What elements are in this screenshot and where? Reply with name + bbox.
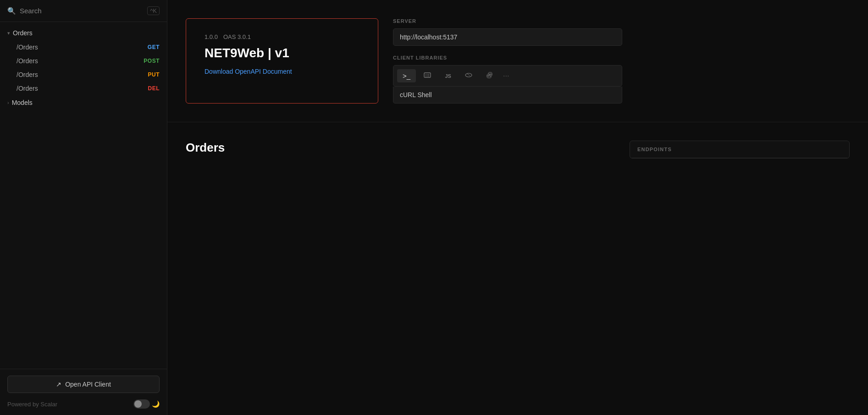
client-tab-more[interactable]: ··· [503, 72, 509, 80]
nav-group-orders[interactable]: ▾ Orders [0, 26, 167, 40]
nav-item-orders-put[interactable]: /Orders PUT [0, 68, 167, 82]
client-libraries-section: CLIENT LIBRARIES >_ JS [393, 55, 622, 104]
powered-by-text: Powered by Scalar [7, 401, 57, 408]
nav-group-orders-label: Orders [13, 29, 33, 37]
client-tab-http[interactable] [418, 68, 437, 83]
download-openapi-link[interactable]: Download OpenAPI Document [205, 68, 292, 75]
client-tab-python[interactable] [480, 68, 499, 83]
active-client-lib-name: cURL Shell [393, 87, 622, 104]
bottom-right: ENDPOINTS [630, 141, 850, 158]
http-icon [423, 71, 431, 81]
curl-icon: >_ [403, 72, 410, 80]
nodejs-icon: JS [445, 73, 451, 79]
client-library-tabs: >_ JS [393, 65, 622, 87]
sidebar-footer: ↗ Open API Client Powered by Scalar 🌙 [0, 369, 167, 415]
api-oas: OAS 3.0.1 [223, 33, 251, 40]
top-section: 1.0.0 OAS 3.0.1 NET9Web | v1 Download Op… [167, 0, 868, 122]
nav-item-path: /Orders [17, 57, 38, 65]
api-version: 1.0.0 [205, 33, 218, 40]
bottom-section: Orders ENDPOINTS [167, 122, 868, 184]
search-icon: 🔍 [7, 7, 16, 15]
nav-item-path: /Orders [17, 85, 38, 92]
nav-item-orders-post[interactable]: /Orders POST [0, 54, 167, 68]
endpoints-label: ENDPOINTS [630, 141, 849, 158]
powered-by-row: Powered by Scalar 🌙 [7, 399, 160, 409]
chevron-down-icon: ▾ [7, 30, 10, 36]
svg-rect-0 [424, 73, 431, 77]
method-badge-del: DEL [148, 85, 160, 92]
toggle-track[interactable] [133, 399, 150, 409]
moon-icon: 🌙 [152, 400, 160, 408]
theme-toggle[interactable]: 🌙 [133, 399, 160, 409]
sidebar-nav: ▾ Orders /Orders GET /Orders POST /Order… [0, 22, 167, 369]
api-meta: 1.0.0 OAS 3.0.1 [205, 33, 359, 40]
nav-item-orders-del[interactable]: /Orders DEL [0, 82, 167, 95]
server-label: SERVER [393, 18, 622, 24]
endpoints-box: ENDPOINTS [630, 141, 850, 158]
orders-section-title: Orders [186, 141, 615, 155]
nav-group-models-label: Models [12, 99, 33, 106]
api-title: NET9Web | v1 [205, 46, 359, 60]
method-badge-get: GET [148, 44, 160, 50]
search-shortcut: ^K [147, 6, 160, 15]
client-tab-curl[interactable]: >_ [397, 69, 416, 82]
client-tab-php[interactable] [459, 68, 478, 83]
client-tab-nodejs[interactable]: JS [439, 71, 457, 82]
nav-item-path: /Orders [17, 71, 38, 78]
bottom-row: Orders ENDPOINTS [186, 141, 850, 166]
chevron-right-icon: › [7, 100, 9, 105]
sidebar: 🔍 Search ^K ▾ Orders /Orders GET /Orders… [0, 0, 167, 415]
nav-item-orders-get[interactable]: /Orders GET [0, 40, 167, 54]
main-content: 1.0.0 OAS 3.0.1 NET9Web | v1 Download Op… [167, 0, 868, 415]
server-input[interactable] [393, 28, 622, 46]
open-api-btn-label: Open API Client [65, 381, 111, 388]
search-bar[interactable]: 🔍 Search ^K [0, 0, 167, 22]
bottom-left: Orders [186, 141, 615, 166]
api-info-card: 1.0.0 OAS 3.0.1 NET9Web | v1 Download Op… [186, 18, 378, 104]
php-icon [464, 71, 473, 81]
svg-point-1 [465, 73, 472, 77]
toggle-thumb [134, 400, 142, 408]
method-badge-post: POST [144, 58, 160, 64]
method-badge-put: PUT [148, 71, 160, 78]
search-label: Search [20, 7, 42, 15]
client-libraries-label: CLIENT LIBRARIES [393, 55, 622, 60]
open-api-icon: ↗ [56, 381, 61, 388]
open-api-client-button[interactable]: ↗ Open API Client [7, 376, 160, 393]
nav-group-models[interactable]: › Models [0, 95, 167, 110]
server-panel: SERVER CLIENT LIBRARIES >_ [393, 18, 622, 104]
python-icon [486, 71, 494, 81]
nav-item-path: /Orders [17, 44, 38, 51]
